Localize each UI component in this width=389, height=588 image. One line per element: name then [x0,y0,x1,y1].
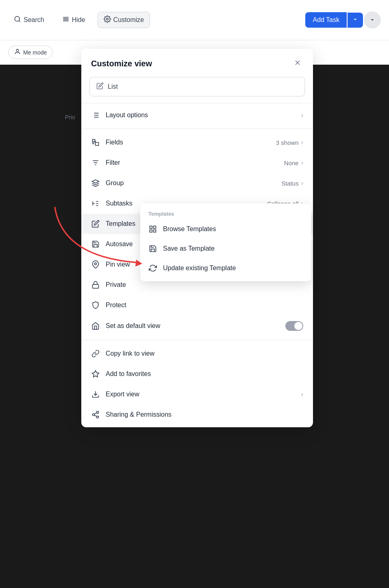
search-button[interactable]: Search [8,12,50,28]
layout-options-label: Layout options [106,111,148,119]
filter-chevron-icon: › [301,159,303,166]
fields-chevron-icon: › [301,139,303,146]
svg-point-6 [106,18,108,20]
sharing-item[interactable]: Sharing & Permissions [81,404,313,427]
private-label: Private [106,281,126,289]
add-task-button[interactable]: Add Task [305,12,347,28]
layout-options-item[interactable]: Layout options › [81,105,313,125]
save-template-icon [148,244,157,253]
svg-marker-27 [92,371,99,377]
shield-icon [91,301,100,310]
svg-point-30 [93,414,95,416]
filter-item[interactable]: Filter None › [81,153,313,173]
subtasks-label: Subtasks [106,200,133,207]
templates-popup-header: Templates [140,207,311,219]
list-input-row: List [81,77,313,103]
top-bar: Search Hide Customize Add Task [0,0,389,40]
priority-label: Prio [65,114,75,120]
layout-chevron-icon: › [301,111,303,119]
save-as-template-label: Save as Template [163,245,215,252]
svg-rect-16 [93,140,95,142]
list-input-value: List [108,83,118,90]
svg-rect-35 [154,226,156,229]
autosave-icon [91,240,100,249]
templates-label: Templates [106,220,135,227]
fields-icon [91,138,100,147]
save-as-template-item[interactable]: Save as Template [140,239,311,258]
link-icon [91,349,100,358]
browse-templates-icon [148,225,157,234]
export-chevron-icon: › [301,391,303,398]
customize-label: Customize [113,16,144,24]
add-task-label: Add Task [313,16,339,23]
set-default-toggle[interactable] [285,321,303,331]
svg-point-7 [16,49,18,51]
layout-icon [91,111,100,120]
close-button[interactable] [292,57,303,70]
browse-templates-label: Browse Templates [163,225,216,233]
hide-label: Hide [72,16,85,24]
more-dropdown-button[interactable] [364,11,381,28]
pin-icon [91,260,100,269]
filter-value: None [284,160,299,166]
subtasks-icon [91,199,100,208]
customize-button[interactable]: Customize [98,12,150,28]
set-default-label: Set as default view [106,322,160,330]
copy-link-label: Copy link to view [106,350,154,357]
group-chevron-icon: › [301,179,303,187]
pin-view-label: Pin view [106,261,130,268]
group-label: Group [106,179,124,187]
add-task-group: Add Task [305,11,381,28]
filter-label: Filter [106,159,120,166]
export-label: Export view [106,391,139,398]
me-mode-button[interactable]: Me mode [8,46,53,59]
search-icon [14,15,21,24]
add-favorites-label: Add to favorites [106,370,151,378]
edit-icon [96,82,104,91]
gear-icon [104,15,111,24]
svg-line-1 [19,20,20,22]
browse-templates-item[interactable]: Browse Templates [140,219,311,239]
me-mode-label: Me mode [23,49,47,56]
sharing-icon [91,410,100,419]
svg-line-32 [94,415,97,416]
sharing-label: Sharing & Permissions [106,411,172,418]
hide-button[interactable]: Hide [57,12,91,28]
fields-item[interactable]: Fields 3 shown › [81,132,313,153]
panel-title: Customize view [91,59,152,68]
search-label: Search [24,16,44,24]
fields-value: 3 shown [276,139,299,146]
svg-rect-34 [150,226,152,229]
filter-icon [91,158,100,167]
templates-popup: Templates Browse Templates Save as Templ… [140,203,311,281]
lock-icon [91,280,100,289]
svg-rect-36 [154,230,156,232]
svg-rect-26 [93,284,99,288]
group-value: Status [281,180,299,187]
svg-line-33 [94,413,97,414]
update-template-item[interactable]: Update existing Template [140,258,311,278]
fields-label: Fields [106,139,123,146]
svg-point-0 [15,16,20,21]
add-task-dropdown-button[interactable] [348,13,363,28]
export-view-item[interactable]: Export view › [81,384,313,404]
svg-marker-21 [92,180,99,183]
copy-link-item[interactable]: Copy link to view [81,343,313,364]
svg-rect-37 [150,230,152,232]
user-icon [14,48,21,56]
add-favorites-item[interactable]: Add to favorites [81,364,313,384]
protect-label: Protect [106,302,126,309]
svg-point-25 [95,263,97,265]
update-template-icon [148,264,157,273]
list-input[interactable]: List [89,77,305,96]
set-default-item[interactable]: Set as default view [81,315,313,337]
svg-point-31 [97,416,99,418]
group-item[interactable]: Group Status › [81,173,313,193]
protect-item[interactable]: Protect [81,295,313,315]
autosave-label: Autosave [106,240,133,248]
hide-icon [62,15,70,24]
panel-header: Customize view [81,49,313,77]
templates-icon [91,219,100,228]
group-icon [91,179,100,188]
svg-point-29 [97,411,99,413]
